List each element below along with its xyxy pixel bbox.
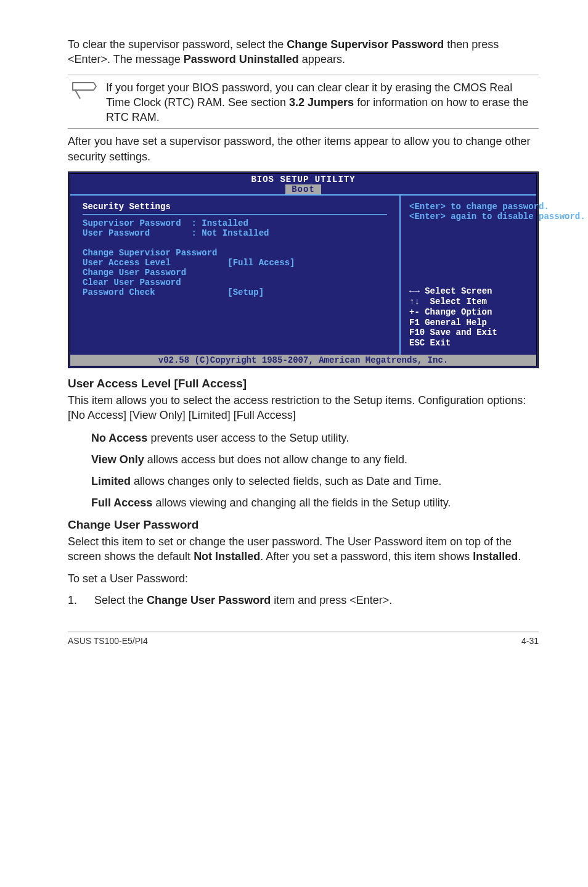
- bios-row-clear: Clear User Password: [83, 278, 387, 287]
- key-select-screen: ←→ Select Screen: [409, 286, 528, 297]
- txt: Select Screen: [425, 286, 492, 296]
- divider: [68, 75, 539, 75]
- bold: Change User Password: [147, 594, 271, 606]
- bios-row-supervisor: Supervisor Password : Installed: [83, 218, 387, 228]
- bios-body: Security Settings Supervisor Password : …: [70, 194, 536, 355]
- opt-viewonly: View Only allows access but does not all…: [91, 453, 539, 466]
- touser-para: To set a User Password:: [68, 571, 539, 586]
- bold: Not Installed: [194, 550, 260, 563]
- bios-row-pwcheck: Password Check [Setup]: [83, 287, 387, 297]
- footer-right: 4-31: [521, 636, 539, 646]
- note-icon: [71, 80, 97, 104]
- bios-help1: <Enter> to change password.: [409, 202, 528, 212]
- bold: View Only: [91, 453, 144, 466]
- txt: allows viewing and changing all the fiel…: [152, 497, 451, 509]
- opt-noaccess: No Access prevents user access to the Se…: [91, 432, 539, 445]
- bios-help2: <Enter> again to disable password.: [409, 212, 528, 221]
- step-1: 1. Select the Change User Password item …: [68, 594, 539, 607]
- note-block: If you forget your BIOS password, you ca…: [68, 80, 539, 125]
- txt: prevents user access to the Setup utilit…: [147, 432, 349, 444]
- footer-left: ASUS TS100-E5/PI4: [68, 636, 148, 646]
- bios-help: <Enter> to change password. <Enter> agai…: [409, 202, 528, 221]
- bold-cmd: Change Supervisor Password: [287, 38, 444, 51]
- note-text: If you forget your BIOS password, you ca…: [106, 80, 539, 125]
- bios-screenshot: BIOS SETUP UTILITY Boot Security Setting…: [68, 171, 539, 368]
- txt: To clear the supervisor password, select…: [68, 38, 287, 51]
- spacer: [83, 238, 387, 248]
- bios-left-panel: Security Settings Supervisor Password : …: [70, 196, 401, 355]
- bios-row-change-user: Change User Password: [83, 268, 387, 278]
- bold: Full Access: [91, 497, 152, 509]
- bios-keys: ←→ Select Screen ↑↓ Select Item +- Chang…: [409, 286, 528, 349]
- bios-section-title: Security Settings: [83, 202, 387, 212]
- txt: item and press <Enter>.: [271, 594, 392, 606]
- bold-msg: Password Uninstalled: [184, 53, 299, 65]
- opt-fullaccess: Full Access allows viewing and changing …: [91, 497, 539, 510]
- bios-header: BIOS SETUP UTILITY Boot: [70, 174, 536, 194]
- txt: allows access but does not allow change …: [144, 453, 407, 466]
- bios-row-change-sup: Change Supervisor Password: [83, 248, 387, 258]
- divider: [68, 128, 539, 129]
- bios-divider: [83, 214, 387, 215]
- bold: Installed: [473, 550, 518, 563]
- ual-desc: This item allows you to select the acces…: [68, 393, 539, 423]
- txt: Select Item: [430, 297, 487, 307]
- bios-row-user: User Password : Not Installed: [83, 228, 387, 238]
- step-text: Select the Change User Password item and…: [94, 594, 392, 607]
- heading-change-user: Change User Password: [68, 518, 539, 532]
- key-esc: ESC Exit: [409, 338, 528, 349]
- bios-row-acclevel: User Access Level [Full Access]: [83, 258, 387, 268]
- bios-footer: v02.58 (C)Copyright 1985-2007, American …: [70, 355, 536, 366]
- txt: . After you set a password, this item sh…: [260, 550, 473, 563]
- opt-limited: Limited allows changes only to selected …: [91, 475, 539, 488]
- bios-title: BIOS SETUP UTILITY: [70, 175, 536, 184]
- heading-user-access: User Access Level [Full Access]: [68, 377, 539, 390]
- after-set-para: After you have set a supervisor password…: [68, 134, 539, 164]
- bios-right-panel: <Enter> to change password. <Enter> agai…: [401, 196, 536, 355]
- txt: Select the: [94, 594, 147, 606]
- txt: appears.: [299, 53, 345, 65]
- bold: No Access: [91, 432, 147, 444]
- key-change: +- Change Option: [409, 307, 528, 318]
- key-f10: F10 Save and Exit: [409, 328, 528, 338]
- txt: .: [518, 550, 521, 563]
- bold: 3.2 Jumpers: [289, 96, 354, 109]
- intro-para: To clear the supervisor password, select…: [68, 37, 539, 67]
- bold: Limited: [91, 475, 131, 487]
- bios-tab-boot: Boot: [285, 184, 321, 194]
- step-num: 1.: [68, 594, 77, 607]
- key-select-item: ↑↓ Select Item: [409, 297, 528, 307]
- page-footer: ASUS TS100-E5/PI4 4-31: [68, 632, 539, 646]
- cup-para: Select this item to set or change the us…: [68, 534, 539, 564]
- key-f1: F1 General Help: [409, 318, 528, 328]
- txt: allows changes only to selected fields, …: [131, 475, 441, 487]
